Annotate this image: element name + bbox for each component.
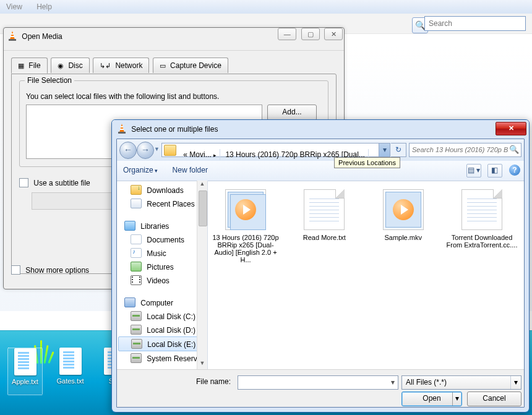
open-media-title: Open Media bbox=[22, 32, 62, 41]
vlc-icon bbox=[117, 123, 127, 136]
fd-close-button[interactable]: ✕ bbox=[496, 122, 526, 135]
tab-network[interactable]: ↳↲ Network bbox=[93, 58, 149, 73]
om-max-button[interactable]: ▢ bbox=[301, 28, 320, 40]
nav-computer[interactable]: Computer bbox=[117, 296, 207, 309]
svg-rect-7 bbox=[118, 132, 126, 134]
scroll-up-icon[interactable]: ▲ bbox=[197, 181, 207, 190]
filename-field[interactable]: ▾ bbox=[238, 375, 398, 390]
svg-rect-3 bbox=[9, 39, 16, 41]
scroll-down-icon[interactable]: ▼ bbox=[197, 360, 207, 370]
folder-icon bbox=[164, 145, 176, 156]
pictures-icon bbox=[131, 262, 142, 272]
file-item-movie[interactable]: 13 Hours (2016) 720p BRRip x265 [Dual-Au… bbox=[210, 189, 281, 263]
search-icon[interactable]: 🔍 bbox=[509, 145, 519, 154]
tooltip-previous-locations: Previous Locations bbox=[334, 157, 400, 168]
nav-downloads[interactable]: Downloads bbox=[117, 183, 207, 197]
nav-back-button[interactable]: ← bbox=[119, 142, 137, 159]
filename-dropdown[interactable]: ▾ bbox=[388, 376, 398, 389]
scroll-thumb[interactable] bbox=[199, 190, 207, 226]
svg-rect-6 bbox=[120, 129, 124, 130]
organize-row: Organize New folder ▤ ▾ ◧ ? bbox=[117, 161, 524, 181]
desk-file-gates[interactable]: Gates.txt bbox=[53, 348, 87, 394]
video-thumb-icon bbox=[383, 189, 424, 230]
om-min-button[interactable]: — bbox=[278, 28, 296, 40]
nav-music[interactable]: Music bbox=[117, 246, 207, 260]
file-selection-hint: You can select local files with the foll… bbox=[26, 92, 322, 101]
filename-label: File name: bbox=[196, 377, 231, 386]
libraries-icon bbox=[124, 221, 135, 231]
svg-rect-5 bbox=[121, 126, 123, 127]
preview-pane-button[interactable]: ◧ bbox=[487, 164, 502, 178]
fd-search-box[interactable]: 🔍 bbox=[409, 143, 521, 157]
file-item-readmore[interactable]: Read More.txt bbox=[288, 189, 360, 241]
svg-marker-4 bbox=[119, 124, 124, 132]
nav-recent[interactable]: Recent Places bbox=[117, 197, 207, 210]
fd-bottom: File name: ▾ All Files (*.*) ▾ Open ▾ Ca… bbox=[117, 369, 524, 407]
svg-marker-0 bbox=[10, 31, 15, 40]
menu-view[interactable]: View bbox=[0, 0, 28, 14]
video-thumb-icon bbox=[225, 189, 266, 230]
om-close-button[interactable]: ✕ bbox=[324, 28, 343, 40]
refresh-button[interactable]: ↻ bbox=[391, 143, 406, 157]
view-mode-button[interactable]: ▤ ▾ bbox=[466, 164, 481, 178]
menu-help[interactable]: Help bbox=[30, 0, 58, 14]
svg-rect-1 bbox=[11, 33, 14, 35]
videos-icon bbox=[131, 275, 142, 285]
new-folder-button[interactable]: New folder bbox=[173, 166, 208, 174]
show-more-label: Show more options bbox=[25, 266, 89, 275]
recent-icon bbox=[131, 199, 142, 208]
nav-documents[interactable]: Documents bbox=[117, 233, 207, 246]
file-item-sample[interactable]: Sample.mkv bbox=[367, 189, 439, 241]
breadcrumb-seg-movies[interactable]: « Movi... ▸ bbox=[180, 149, 220, 160]
help-button[interactable]: ? bbox=[509, 165, 520, 176]
file-dialog-window: Select one or multiple files ✕ ← → ▼ « M… bbox=[111, 119, 530, 413]
address-dropdown[interactable]: ▾ bbox=[379, 143, 390, 156]
computer-icon bbox=[124, 297, 135, 307]
subtitle-label: Use a subtitle file bbox=[33, 179, 90, 187]
file-item-torrent[interactable]: Torrent Downloaded From ExtraTorrent.cc.… bbox=[446, 189, 518, 249]
address-row: ← → ▼ « Movi... ▸ 13 Hours (2016) 720p B… bbox=[117, 139, 524, 161]
nav-system-reserved[interactable]: System Reserved bbox=[117, 351, 207, 365]
app-menubar: View Help bbox=[0, 0, 532, 14]
open-split-dropdown[interactable]: ▾ bbox=[452, 392, 461, 406]
top-search-field[interactable] bbox=[424, 16, 526, 31]
nav-videos[interactable]: Videos bbox=[117, 273, 207, 287]
capture-icon: ▭ bbox=[160, 62, 166, 69]
text-thumb-icon bbox=[461, 189, 502, 230]
documents-icon bbox=[131, 234, 142, 244]
file-selection-legend: File Selection bbox=[25, 76, 74, 85]
nav-scrollbar[interactable]: ▲ ▼ bbox=[197, 181, 207, 370]
nav-libraries[interactable]: Libraries bbox=[117, 219, 207, 233]
subtitle-checkbox[interactable] bbox=[19, 178, 28, 187]
drive-icon bbox=[131, 353, 142, 363]
filter-dropdown[interactable]: ▾ bbox=[510, 376, 521, 389]
desk-file-apple[interactable]: Apple.txt bbox=[7, 348, 43, 395]
tab-disc[interactable]: ◉ Disc bbox=[51, 58, 90, 73]
cancel-button[interactable]: Cancel bbox=[467, 391, 521, 406]
nav-drive-e[interactable]: Local Disk (E:) bbox=[118, 336, 206, 351]
add-button[interactable]: Add... bbox=[267, 105, 317, 121]
address-bar[interactable]: « Movi... ▸ 13 Hours (2016) 720p BRRip x… bbox=[161, 143, 390, 157]
vlc-icon bbox=[7, 30, 17, 43]
nav-drive-c[interactable]: Local Disk (C:) bbox=[117, 309, 207, 323]
open-button[interactable]: Open ▾ bbox=[401, 391, 462, 406]
nav-history-dropdown[interactable]: ▼ bbox=[154, 146, 160, 152]
file-area[interactable]: 13 Hours (2016) 720p BRRip x265 [Dual-Au… bbox=[207, 181, 524, 370]
show-more-checkbox[interactable] bbox=[11, 265, 20, 275]
tab-capture[interactable]: ▭ Capture Device bbox=[153, 58, 228, 73]
organize-button[interactable]: Organize bbox=[123, 166, 158, 174]
open-media-titlebar[interactable]: Open Media — ▢ ✕ bbox=[4, 28, 344, 51]
fd-search-input[interactable] bbox=[410, 143, 511, 155]
music-icon bbox=[131, 248, 142, 258]
nav-fwd-button[interactable]: → bbox=[137, 142, 154, 159]
nav-pictures[interactable]: Pictures bbox=[117, 260, 207, 273]
tab-file[interactable]: ▦ File bbox=[11, 58, 48, 74]
network-icon: ↳↲ bbox=[100, 62, 111, 69]
drive-icon bbox=[131, 339, 142, 349]
svg-rect-2 bbox=[11, 36, 14, 37]
nav-drive-d[interactable]: Local Disk (D:) bbox=[117, 323, 207, 336]
download-icon bbox=[131, 185, 142, 195]
drive-icon bbox=[131, 325, 142, 335]
drive-icon bbox=[131, 311, 142, 321]
filetype-filter[interactable]: All Files (*.*) ▾ bbox=[401, 375, 521, 390]
